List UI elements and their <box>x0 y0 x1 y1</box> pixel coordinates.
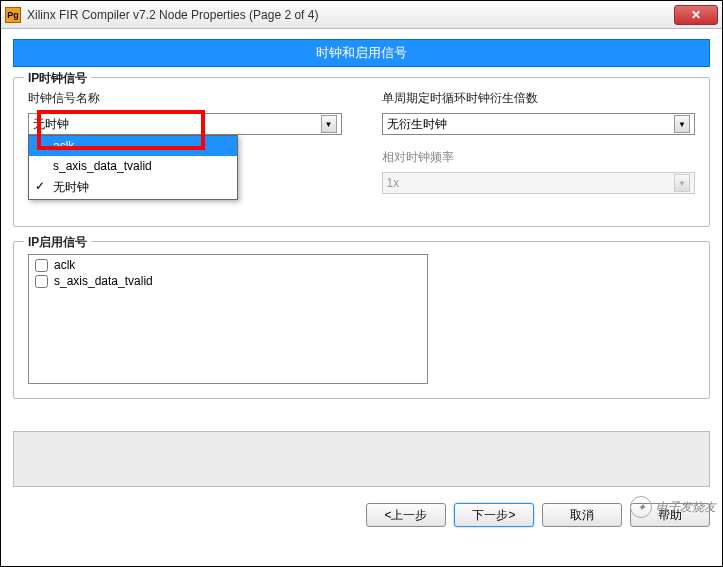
help-label: 帮助 <box>658 507 682 524</box>
dropdown-item-aclk[interactable]: aclk <box>29 136 237 156</box>
dropdown-item-label: s_axis_data_tvalid <box>53 159 152 173</box>
dropdown-item-tvalid[interactable]: s_axis_data_tvalid <box>29 156 237 176</box>
rel-freq-field: 1x ▼ <box>382 172 696 194</box>
cancel-label: 取消 <box>570 507 594 524</box>
prev-button[interactable]: <上一步 <box>366 503 446 527</box>
next-button[interactable]: 下一步> <box>454 503 534 527</box>
rel-freq-label: 相对时钟频率 <box>382 149 696 166</box>
next-label: 下一步> <box>472 507 515 524</box>
button-row: <上一步 下一步> 取消 帮助 <box>1 495 722 535</box>
clock-name-dropdown: aclk s_axis_data_tvalid ✓ 无时钟 <box>28 135 238 200</box>
dropdown-item-label: 无时钟 <box>53 180 89 194</box>
list-item[interactable]: aclk <box>31 257 425 273</box>
multiplier-value: 无衍生时钟 <box>387 116 447 133</box>
chevron-down-icon: ▼ <box>674 115 690 133</box>
checkbox-tvalid[interactable] <box>35 275 48 288</box>
rel-freq-value: 1x <box>387 176 400 190</box>
chevron-down-icon: ▼ <box>321 115 337 133</box>
check-icon: ✓ <box>35 179 45 193</box>
list-item[interactable]: s_axis_data_tvalid <box>31 273 425 289</box>
ip-clock-signal-section: IP时钟信号 时钟信号名称 无时钟 ▼ aclk s_axis_data_tva… <box>13 77 710 227</box>
app-icon: Pg <box>5 7 21 23</box>
help-button[interactable]: 帮助 <box>630 503 710 527</box>
description-panel <box>13 431 710 487</box>
prev-label: <上一步 <box>384 507 427 524</box>
ip-enable-signal-section: IP启用信号 aclk s_axis_data_tvalid <box>13 241 710 399</box>
clock-name-value: 无时钟 <box>33 116 69 133</box>
section-legend-clock: IP时钟信号 <box>24 70 91 87</box>
clock-name-select[interactable]: 无时钟 ▼ <box>28 113 342 135</box>
chevron-down-icon: ▼ <box>674 174 690 192</box>
section-legend-enable: IP启用信号 <box>24 234 91 251</box>
cancel-button[interactable]: 取消 <box>542 503 622 527</box>
titlebar: Pg Xilinx FIR Compiler v7.2 Node Propert… <box>1 1 722 29</box>
close-button[interactable]: ✕ <box>674 5 718 25</box>
clock-name-label: 时钟信号名称 <box>28 90 342 107</box>
multiplier-label: 单周期定时循环时钟衍生倍数 <box>382 90 696 107</box>
dropdown-item-noclock[interactable]: ✓ 无时钟 <box>29 176 237 199</box>
multiplier-select[interactable]: 无衍生时钟 ▼ <box>382 113 696 135</box>
page-banner: 时钟和启用信号 <box>13 39 710 67</box>
list-item-label: s_axis_data_tvalid <box>54 274 153 288</box>
close-icon: ✕ <box>691 8 701 22</box>
checkbox-aclk[interactable] <box>35 259 48 272</box>
dropdown-item-label: aclk <box>53 139 74 153</box>
enable-signal-listbox[interactable]: aclk s_axis_data_tvalid <box>28 254 428 384</box>
window-title: Xilinx FIR Compiler v7.2 Node Properties… <box>27 8 674 22</box>
list-item-label: aclk <box>54 258 75 272</box>
